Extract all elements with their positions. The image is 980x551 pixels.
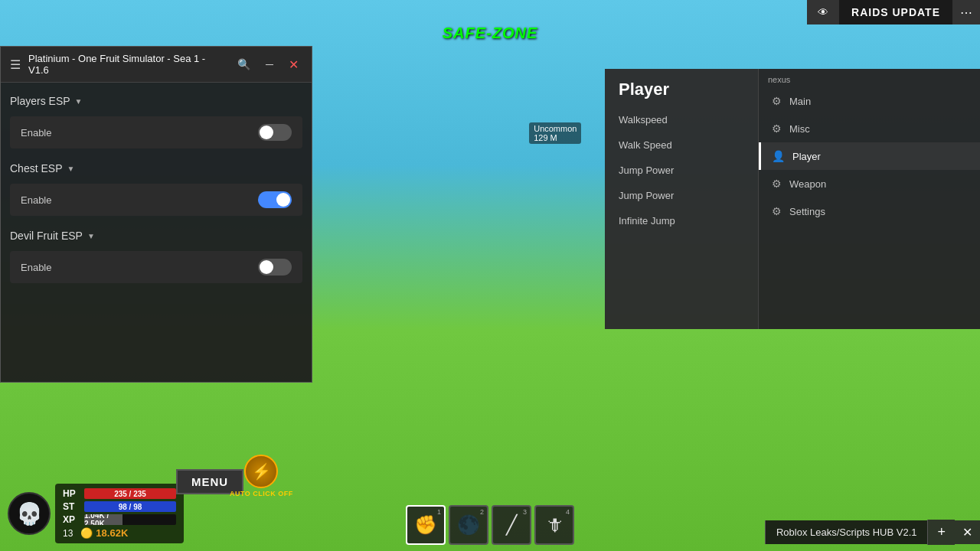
chest-esp-toggle[interactable] [258, 191, 292, 208]
safe-zone-label: SAFE-ZONE [443, 24, 538, 42]
chevron-down-icon: ▼ [67, 165, 74, 173]
main-icon: ⚙ [772, 95, 782, 107]
devil-fruit-esp-toggle[interactable] [258, 259, 292, 276]
nav-item-weapon[interactable]: ⚙ Weapon [759, 170, 980, 197]
menu-dots-button[interactable]: ⋯ [952, 0, 980, 24]
nav-item-misc[interactable]: ⚙ Misc [759, 115, 980, 142]
panel-title: Platinium - One Fruit Simulator - Sea 1 … [28, 53, 226, 76]
weapon-icon: ⚙ [772, 178, 782, 190]
right-panel: nexus ⚙ Main ⚙ Misc 👤 Player ⚙ Weapon ⚙ … [758, 69, 980, 329]
player-menu-walkspeed[interactable]: Walkspeed [605, 107, 758, 132]
players-esp-toggle-row: Enable [10, 116, 302, 148]
uncommon-label: Uncommon129 M [529, 122, 581, 144]
right-nav: ⚙ Main ⚙ Misc 👤 Player ⚙ Weapon ⚙ Settin… [759, 87, 980, 225]
top-bar: 👁 RAIDS UPDATE ⋯ [807, 0, 980, 24]
settings-icon: ⚙ [772, 205, 782, 217]
nav-item-main[interactable]: ⚙ Main [759, 87, 980, 115]
panel-body: Players ESP ▼ Enable Chest ESP ▼ Enable … [1, 83, 312, 309]
players-esp-toggle[interactable] [258, 124, 292, 141]
nav-item-settings[interactable]: ⚙ Settings [759, 197, 980, 225]
chevron-down-icon: ▼ [87, 232, 95, 240]
left-panel: ☰ Platinium - One Fruit Simulator - Sea … [0, 46, 312, 383]
panel-search-button[interactable]: 🔍 [234, 57, 254, 72]
nav-item-player[interactable]: 👤 Player [759, 142, 980, 170]
player-menu-walk-speed[interactable]: Walk Speed [605, 132, 758, 158]
chest-esp-header[interactable]: Chest ESP ▼ [10, 162, 302, 174]
player-content-panel: Player Walkspeed Walk Speed Jump Power J… [605, 69, 758, 329]
raids-button[interactable]: RAIDS UPDATE [839, 0, 952, 24]
players-esp-header[interactable]: Players ESP ▼ [10, 95, 302, 107]
player-icon: 👤 [772, 150, 785, 162]
misc-icon: ⚙ [772, 122, 782, 135]
chest-esp-toggle-row: Enable [10, 184, 302, 216]
player-menu-jump-power-1[interactable]: Jump Power [605, 158, 758, 183]
panel-close-button[interactable]: ✕ [285, 56, 302, 73]
panel-minimize-button[interactable]: ─ [262, 57, 277, 72]
chevron-down-icon: ▼ [75, 97, 83, 106]
devil-fruit-esp-header[interactable]: Devil Fruit ESP ▼ [10, 230, 302, 242]
hamburger-icon: ☰ [10, 57, 21, 72]
devil-fruit-esp-toggle-row: Enable [10, 251, 302, 283]
eye-button[interactable]: 👁 [807, 0, 839, 24]
player-menu-infinite-jump[interactable]: Infinite Jump [605, 208, 758, 233]
panel-titlebar: ☰ Platinium - One Fruit Simulator - Sea … [1, 47, 312, 83]
player-menu-jump-power-2[interactable]: Jump Power [605, 183, 758, 208]
username-label: nexus [759, 69, 980, 87]
player-content-title: Player [605, 69, 758, 107]
